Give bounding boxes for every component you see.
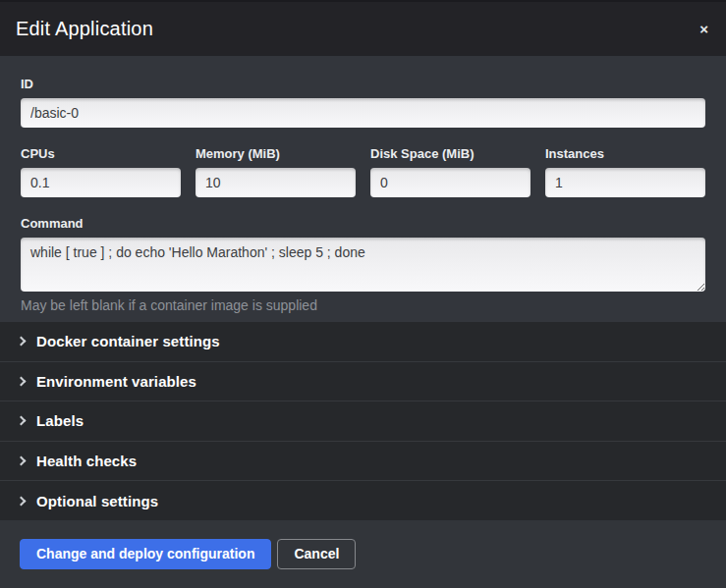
- change-and-deploy-button[interactable]: Change and deploy configuration: [20, 539, 271, 569]
- chevron-right-icon: [17, 337, 27, 347]
- section-label: Labels: [36, 412, 84, 429]
- chevron-right-icon: [17, 496, 27, 506]
- instances-field-group: Instances: [545, 146, 705, 197]
- section-label: Docker container settings: [36, 333, 220, 349]
- command-label: Command: [21, 216, 705, 231]
- chevron-right-icon: [17, 376, 27, 386]
- chevron-right-icon: [17, 416, 27, 426]
- modal-footer: Change and deploy configuration Cancel: [0, 520, 726, 588]
- instances-input[interactable]: [545, 168, 705, 197]
- disk-field-group: Disk Space (MiB): [370, 146, 531, 197]
- section-label: Environment variables: [36, 373, 196, 390]
- command-textarea[interactable]: while [ true ] ; do echo 'Hello Marathon…: [21, 238, 705, 292]
- section-health-checks[interactable]: Health checks: [0, 442, 726, 482]
- disk-label: Disk Space (MiB): [370, 146, 531, 161]
- modal-title: Edit Application: [16, 18, 153, 40]
- cpus-label: CPUs: [21, 146, 181, 161]
- section-optional-settings[interactable]: Optional settings: [0, 481, 726, 520]
- id-label: ID: [21, 77, 705, 91]
- disk-input[interactable]: [370, 168, 531, 197]
- cpus-field-group: CPUs: [21, 146, 181, 197]
- section-label: Health checks: [36, 453, 137, 469]
- chevron-right-icon: [17, 456, 27, 466]
- edit-application-modal: Edit Application × ID CPUs Memory (MiB) …: [0, 0, 726, 588]
- instances-label: Instances: [545, 146, 705, 161]
- cancel-button[interactable]: Cancel: [277, 539, 356, 569]
- close-icon[interactable]: ×: [698, 18, 710, 40]
- section-labels[interactable]: Labels: [0, 401, 726, 442]
- modal-header: Edit Application ×: [0, 0, 726, 56]
- memory-input[interactable]: [195, 168, 356, 197]
- collapsible-sections: Docker container settings Environment va…: [0, 322, 726, 520]
- section-docker-container-settings[interactable]: Docker container settings: [0, 322, 726, 362]
- section-environment-variables[interactable]: Environment variables: [0, 362, 726, 402]
- memory-label: Memory (MiB): [195, 146, 356, 161]
- memory-field-group: Memory (MiB): [195, 146, 356, 197]
- resources-row: CPUs Memory (MiB) Disk Space (MiB) Insta…: [21, 146, 705, 197]
- id-field-group: ID: [21, 77, 705, 128]
- section-label: Optional settings: [36, 493, 158, 509]
- cpus-input[interactable]: [21, 168, 181, 197]
- command-field-group: Command while [ true ] ; do echo 'Hello …: [21, 216, 705, 313]
- command-help-text: May be left blank if a container image i…: [21, 297, 705, 313]
- id-input[interactable]: [21, 98, 705, 128]
- edit-application-form: ID CPUs Memory (MiB) Disk Space (MiB) In…: [0, 56, 726, 322]
